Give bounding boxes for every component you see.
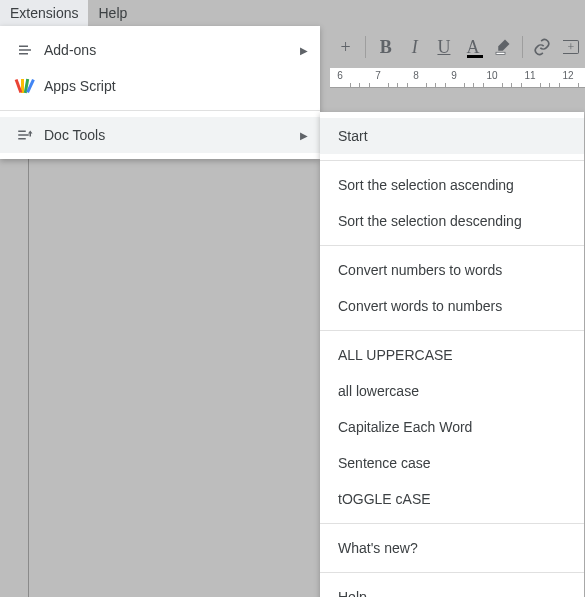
bold-button[interactable]: B	[372, 32, 399, 62]
submenu-item-label: Capitalize Each Word	[338, 419, 472, 435]
submenu-separator	[320, 572, 584, 573]
ruler-number: 7	[375, 70, 381, 81]
menuitem-addons[interactable]: Add-ons ▶	[0, 32, 320, 68]
add-comment-button[interactable]: +	[558, 32, 585, 62]
doc-tools-submenu: StartSort the selection ascendingSort th…	[320, 112, 584, 597]
submenu-item[interactable]: What's new?	[320, 530, 584, 566]
doc-tools-icon	[12, 125, 38, 145]
highlighter-icon	[493, 38, 511, 56]
ruler-number: 8	[413, 70, 419, 81]
submenu-item[interactable]: Sort the selection descending	[320, 203, 584, 239]
menu-extensions[interactable]: Extensions	[0, 0, 88, 26]
submenu-item[interactable]: Capitalize Each Word	[320, 409, 584, 445]
submenu-separator	[320, 330, 584, 331]
menuitem-label: Doc Tools	[44, 127, 300, 143]
highlight-color-button[interactable]	[489, 32, 516, 62]
italic-button[interactable]: I	[401, 32, 428, 62]
underline-button[interactable]: U	[430, 32, 457, 62]
submenu-item[interactable]: ALL UPPERCASE	[320, 337, 584, 373]
submenu-item-label: Convert words to numbers	[338, 298, 502, 314]
menuitem-doc-tools[interactable]: Doc Tools ▶	[0, 117, 320, 153]
menuitem-apps-script[interactable]: Apps Script	[0, 68, 320, 104]
submenu-arrow-icon: ▶	[300, 130, 308, 141]
submenu-item-label: What's new?	[338, 540, 418, 556]
submenu-item-label: all lowercase	[338, 383, 419, 399]
ruler-number: 6	[337, 70, 343, 81]
svg-rect-0	[496, 52, 505, 54]
menubar: Extensions Help	[0, 0, 585, 26]
insert-plus-button[interactable]: +	[332, 32, 359, 62]
menuitem-label: Apps Script	[44, 78, 308, 94]
ruler-number: 9	[451, 70, 457, 81]
link-icon	[532, 37, 552, 57]
ruler[interactable]: 6789101112	[330, 68, 585, 88]
toolbar-separator	[365, 36, 366, 58]
menu-help[interactable]: Help	[88, 0, 137, 26]
insert-link-button[interactable]	[529, 32, 556, 62]
menuitem-label: Add-ons	[44, 42, 300, 58]
submenu-item[interactable]: all lowercase	[320, 373, 584, 409]
text-color-button[interactable]: A	[460, 32, 487, 62]
submenu-item-label: ALL UPPERCASE	[338, 347, 453, 363]
submenu-item-label: tOGGLE cASE	[338, 491, 431, 507]
submenu-item[interactable]: Convert numbers to words	[320, 252, 584, 288]
submenu-item-label: Sentence case	[338, 455, 431, 471]
ruler-number: 10	[486, 70, 497, 81]
submenu-item-label: Help	[338, 589, 367, 597]
submenu-item[interactable]: Sort the selection ascending	[320, 167, 584, 203]
submenu-item-label: Start	[338, 128, 368, 144]
submenu-separator	[320, 523, 584, 524]
apps-script-icon	[12, 76, 38, 96]
submenu-item[interactable]: Start	[320, 118, 584, 154]
addons-icon	[12, 40, 38, 60]
extensions-dropdown: Add-ons ▶ Apps Script Doc Tools ▶	[0, 26, 320, 159]
submenu-item-label: Sort the selection ascending	[338, 177, 514, 193]
submenu-item[interactable]: Convert words to numbers	[320, 288, 584, 324]
ruler-number: 12	[562, 70, 573, 81]
submenu-item[interactable]: tOGGLE cASE	[320, 481, 584, 517]
submenu-separator	[320, 160, 584, 161]
submenu-separator	[320, 245, 584, 246]
submenu-item[interactable]: Help	[320, 579, 584, 597]
comment-plus-icon: +	[563, 40, 579, 54]
submenu-item[interactable]: Sentence case	[320, 445, 584, 481]
submenu-arrow-icon: ▶	[300, 45, 308, 56]
dropdown-separator	[0, 110, 320, 111]
toolbar-separator	[522, 36, 523, 58]
submenu-item-label: Convert numbers to words	[338, 262, 502, 278]
ruler-number: 11	[524, 70, 535, 81]
submenu-item-label: Sort the selection descending	[338, 213, 522, 229]
